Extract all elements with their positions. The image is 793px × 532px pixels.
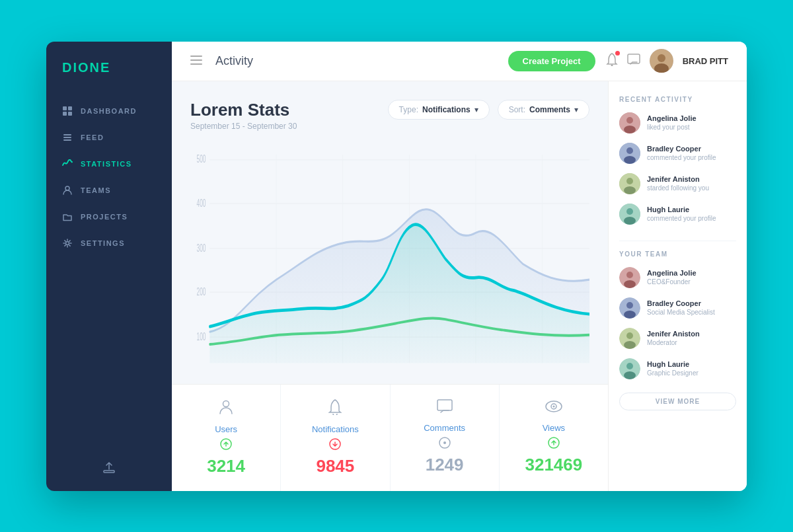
svg-point-63 (624, 371, 636, 379)
svg-rect-1 (68, 106, 72, 110)
type-filter-dropdown[interactable]: Type: Notifications ▾ (388, 100, 490, 120)
activity-avatar-hugh (619, 204, 640, 225)
menu-icon[interactable] (190, 54, 202, 68)
panel-divider (619, 241, 736, 241)
body-area: Lorem Stats September 15 - September 30 … (172, 81, 747, 491)
team-item-4: Hugh Laurie Graphic Designer (619, 358, 736, 379)
team-avatar-hugh (619, 358, 640, 379)
chart-subtitle: September 15 - September 30 (190, 122, 388, 131)
svg-text:300: 300 (196, 242, 206, 253)
users-trend-icon (220, 438, 232, 452)
svg-point-50 (626, 208, 633, 215)
sidebar-logo: DIONE (46, 42, 172, 91)
chart-filters: Type: Notifications ▾ Sort: Comments ▾ (388, 100, 589, 120)
gear-icon (62, 238, 73, 248)
svg-point-42 (624, 126, 636, 133)
svg-rect-0 (63, 106, 67, 110)
views-stat-icon (545, 399, 562, 418)
chart-container: 500 400 300 200 100 (190, 144, 589, 384)
svg-text:500: 500 (196, 153, 206, 165)
sort-filter-label: Sort: (509, 105, 525, 114)
activity-item-3: Jenifer Aniston starded following you (619, 173, 736, 194)
stat-card-users: Users 3214 (172, 385, 281, 491)
header: Activity Create Project (172, 42, 747, 81)
view-more-button[interactable]: VIEW MORE (619, 393, 736, 410)
svg-point-56 (626, 302, 633, 309)
sidebar-item-feed[interactable]: FEED (46, 124, 172, 151)
activity-avatar-angelina (619, 112, 640, 133)
team-avatar-bradley (619, 297, 640, 319)
sidebar-item-projects[interactable]: PROJECTS (46, 204, 172, 230)
svg-point-47 (626, 178, 633, 184)
team-item-1: Angelina Jolie CEO&Founder (619, 267, 736, 288)
team-text-2: Bradley Cooper Social Media Specialist (647, 299, 736, 317)
upload-icon[interactable] (102, 461, 116, 478)
chart-title-group: Lorem Stats September 15 - September 30 (190, 100, 388, 131)
layers-icon (62, 132, 73, 143)
sort-filter-dropdown[interactable]: Sort: Comments ▾ (498, 100, 589, 120)
right-panel: RECENT ACTIVITY Angelina Jolie liked you… (608, 81, 747, 491)
recent-activity-title: RECENT ACTIVITY (619, 96, 736, 103)
views-trend-icon (548, 437, 560, 451)
svg-point-48 (624, 186, 636, 194)
svg-point-45 (624, 156, 636, 164)
sidebar-item-statistics[interactable]: STATISTICS (46, 151, 172, 177)
svg-rect-33 (437, 400, 452, 410)
team-item-3: Jenifer Aniston Moderator (619, 328, 736, 349)
svg-point-60 (624, 341, 636, 349)
message-icon[interactable] (627, 54, 640, 69)
create-project-button[interactable]: Create Project (508, 51, 595, 71)
svg-point-54 (624, 280, 636, 288)
users-label: Users (215, 424, 237, 434)
notifications-label: Notifications (312, 424, 359, 434)
stat-card-comments: Comments 1249 (391, 385, 500, 491)
activity-avatar-bradley (619, 143, 640, 164)
svg-text:400: 400 (196, 197, 206, 208)
svg-point-38 (552, 405, 554, 407)
notifications-trend-icon (329, 438, 341, 452)
sidebar-item-dashboard[interactable]: DASHBOARD (46, 98, 172, 124)
chevron-down-icon-2: ▾ (574, 105, 578, 114)
team-avatar-jenifer (619, 328, 640, 349)
svg-point-7 (65, 186, 69, 190)
svg-point-59 (626, 332, 633, 339)
app-wrapper: DIONE DASHBOARD (46, 42, 747, 491)
notification-bell-icon[interactable] (606, 53, 618, 69)
svg-point-8 (66, 241, 69, 245)
activity-text-2: Bradley Cooper commented your profile (647, 144, 736, 162)
svg-rect-6 (63, 139, 71, 141)
chart-area: Lorem Stats September 15 - September 30 … (172, 81, 608, 491)
main-content: Activity Create Project (172, 42, 747, 491)
activity-item-1: Angelina Jolie liked your post (619, 112, 736, 133)
views-value: 321469 (525, 455, 582, 475)
notifications-value: 9845 (316, 456, 354, 476)
header-icons: BRAD PITT (606, 49, 728, 73)
chart-icon (62, 159, 73, 169)
avatar[interactable] (650, 49, 673, 73)
chart-header: Lorem Stats September 15 - September 30 … (190, 100, 589, 131)
activity-item-4: Hugh Laurie commented your profile (619, 204, 736, 225)
sidebar-item-teams[interactable]: TEAMS (46, 177, 172, 204)
svg-rect-2 (63, 112, 67, 116)
views-label: Views (543, 423, 565, 433)
users-stat-icon (218, 399, 234, 419)
activity-text-3: Jenifer Aniston starded following you (647, 174, 736, 192)
team-text-4: Hugh Laurie Graphic Designer (647, 360, 736, 377)
svg-rect-5 (63, 137, 71, 138)
team-item-2: Bradley Cooper Social Media Specialist (619, 297, 736, 319)
stats-row: Users 3214 (172, 384, 608, 491)
notification-badge (615, 51, 620, 56)
svg-rect-9 (104, 471, 114, 473)
notifications-stat-icon (328, 399, 342, 419)
activity-text-1: Angelina Jolie liked your post (647, 114, 736, 132)
activity-text-4: Hugh Laurie commented your profile (647, 205, 736, 223)
sidebar-nav: DASHBOARD FEED (46, 91, 172, 448)
sidebar-bottom (46, 448, 172, 491)
svg-point-10 (611, 64, 613, 66)
svg-rect-4 (63, 134, 71, 135)
svg-text:200: 200 (196, 286, 206, 297)
sidebar-item-settings[interactable]: SETTINGS (46, 230, 172, 256)
type-filter-label: Type: (399, 105, 418, 114)
comments-label: Comments (424, 423, 465, 433)
comments-trend-icon (439, 437, 451, 451)
